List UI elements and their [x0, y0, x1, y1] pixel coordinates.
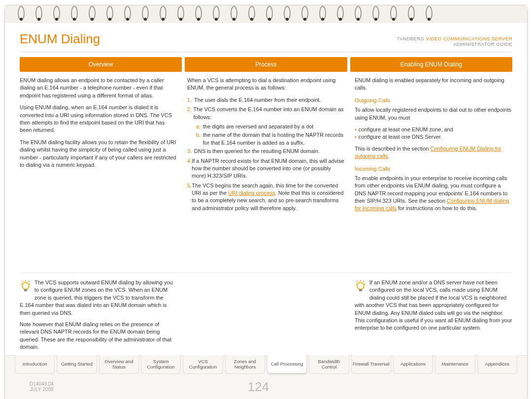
- svg-line-57: [356, 284, 357, 284]
- spiral-ring-icon: [336, 7, 345, 20]
- footer-left: D14049.04 JULY 2008: [30, 381, 54, 392]
- svg-point-35: [321, 18, 324, 21]
- tab-firewall-traversal[interactable]: Firewall Traversal: [351, 355, 391, 374]
- spiral-ring-icon: [283, 7, 292, 20]
- svg-line-60: [363, 281, 364, 282]
- spiral-ring-icon: [123, 7, 132, 20]
- tab-getting-started[interactable]: Getting Started: [57, 355, 97, 374]
- svg-point-7: [73, 18, 76, 21]
- svg-point-11: [108, 18, 111, 21]
- doc-id: D14049.04: [30, 381, 54, 387]
- bottom-tabs: IntroductionGetting StartedOverview and …: [15, 355, 517, 374]
- svg-line-58: [364, 284, 365, 284]
- svg-point-3: [37, 18, 40, 21]
- svg-line-59: [357, 281, 358, 282]
- incoming-p1: To enable endpoints in your enterprise t…: [355, 175, 512, 213]
- svg-point-43: [392, 18, 395, 21]
- tab-appendices[interactable]: Appendices: [477, 355, 517, 374]
- spiral-ring-icon: [247, 7, 256, 20]
- svg-point-21: [197, 18, 200, 21]
- svg-point-33: [303, 18, 306, 21]
- spiral-ring-icon: [318, 7, 327, 20]
- outgoing-bullet-1: •configure at least one ENUM zone, and: [355, 126, 512, 133]
- column-headers: Overview Process Enabling ENUM Dialing: [20, 57, 512, 72]
- tab-maintenance[interactable]: Maintenance: [435, 355, 475, 374]
- process-step-2: 2.The VCS converts the E.164 number into…: [187, 106, 345, 121]
- overview-p2: Using ENUM dialing, when an E.164 number…: [20, 104, 177, 134]
- tab-applications[interactable]: Applications: [393, 355, 433, 374]
- spiral-ring-icon: [354, 7, 363, 20]
- spiral-ring-icon: [265, 7, 274, 20]
- svg-line-51: [29, 284, 30, 284]
- process-step-3: 3.DNS is then queried for the resulting …: [187, 148, 345, 155]
- spiral-ring-icon: [34, 7, 43, 20]
- outgoing-p1: To allow locally registered endpoints to…: [355, 106, 512, 122]
- tip-middle-empty: [187, 279, 345, 355]
- header-divider: [20, 52, 512, 52]
- spiral-ring-icon: [176, 7, 185, 20]
- tab-introduction[interactable]: Introduction: [15, 355, 55, 374]
- tab-vcs-configuration[interactable]: VCS Configuration: [183, 355, 223, 374]
- doc-date: JULY 2008: [30, 387, 54, 392]
- svg-point-37: [339, 18, 342, 21]
- brand-name: TANDBERG: [397, 36, 425, 41]
- svg-line-52: [22, 281, 23, 282]
- svg-point-45: [410, 18, 413, 21]
- page-title: ENUM Dialing: [20, 31, 100, 47]
- document-page: // placeholder, rings drawn below via te…: [4, 5, 528, 399]
- tab-call-processing[interactable]: Call Processing: [267, 355, 307, 373]
- spiral-ring-icon: [70, 7, 79, 20]
- svg-point-47: [428, 18, 431, 21]
- svg-point-48: [22, 282, 29, 289]
- spiral-binding: // placeholder, rings drawn below via te…: [5, 5, 527, 23]
- page-number: 124: [248, 379, 269, 395]
- svg-point-41: [374, 18, 377, 21]
- tip-left: The VCS supports outward ENUM dialing by…: [20, 279, 177, 355]
- uri-dialing-link[interactable]: URI dialing process: [228, 190, 275, 196]
- spiral-ring-icon: [88, 7, 97, 20]
- tab-system-configuration[interactable]: System Configuration: [141, 355, 181, 374]
- process-substep-a: a.the digits are reversed and separated …: [187, 123, 345, 130]
- tip-left-p2: Note however that ENUM dialing relies on…: [20, 321, 177, 351]
- outgoing-p2: This is described in the section Configu…: [355, 145, 512, 160]
- svg-point-9: [91, 18, 94, 21]
- col-header-overview: Overview: [20, 57, 182, 72]
- col-header-process: Process: [185, 57, 347, 72]
- svg-point-39: [357, 18, 360, 21]
- page-footer: D14049.04 JULY 2008 124: [15, 374, 517, 399]
- tab-overview-and-status[interactable]: Overview and Status: [99, 355, 139, 374]
- svg-line-53: [28, 281, 29, 282]
- tip-right-p1: If an ENUM zone and/or a DNS server have…: [355, 279, 512, 332]
- svg-point-5: [55, 18, 58, 21]
- svg-point-17: [162, 18, 165, 21]
- outgoing-heading: Outgoing Calls: [355, 97, 512, 104]
- svg-point-27: [250, 18, 253, 21]
- svg-point-25: [233, 18, 235, 21]
- spiral-ring-icon: [159, 7, 167, 20]
- bottom-tabs-wrap: IntroductionGetting StartedOverview and …: [5, 355, 527, 399]
- outgoing-bullet-2: •configure at least one DNS Server.: [355, 133, 512, 141]
- product-name: VIDEO COMMUNICATIONS SERVER: [426, 36, 512, 41]
- tab-zones-and-neighbors[interactable]: Zones and Neighbors: [225, 355, 265, 374]
- svg-point-15: [144, 18, 147, 21]
- spiral-ring-icon: [389, 7, 398, 20]
- incoming-heading: Incoming Calls: [355, 165, 512, 173]
- svg-point-23: [215, 18, 218, 21]
- spiral-ring-icon: [105, 7, 114, 20]
- svg-line-50: [21, 284, 22, 284]
- spiral-ring-icon: [230, 7, 238, 20]
- svg-point-55: [357, 282, 364, 289]
- svg-point-1: [20, 18, 23, 21]
- overview-column: ENUM dialing allows an endpoint to be co…: [20, 77, 177, 269]
- tab-bandwidth-control[interactable]: Bandwidth Control: [309, 355, 349, 374]
- page-header: ENUM Dialing TANDBERG VIDEO COMMUNICATIO…: [5, 23, 527, 50]
- process-step-1: 1.The user dials the E.164 number from t…: [187, 96, 345, 104]
- spiral-ring-icon: [194, 7, 203, 20]
- spiral-ring-icon: [212, 7, 221, 20]
- enabling-column: ENUM dialing is enabled separately for i…: [355, 77, 512, 269]
- svg-point-13: [126, 18, 129, 21]
- tip-right: If an ENUM zone and/or a DNS server have…: [355, 279, 512, 355]
- tips-row: The VCS supports outward ENUM dialing by…: [20, 273, 512, 355]
- overview-p1: ENUM dialing allows an endpoint to be co…: [20, 77, 177, 99]
- svg-point-19: [179, 18, 182, 21]
